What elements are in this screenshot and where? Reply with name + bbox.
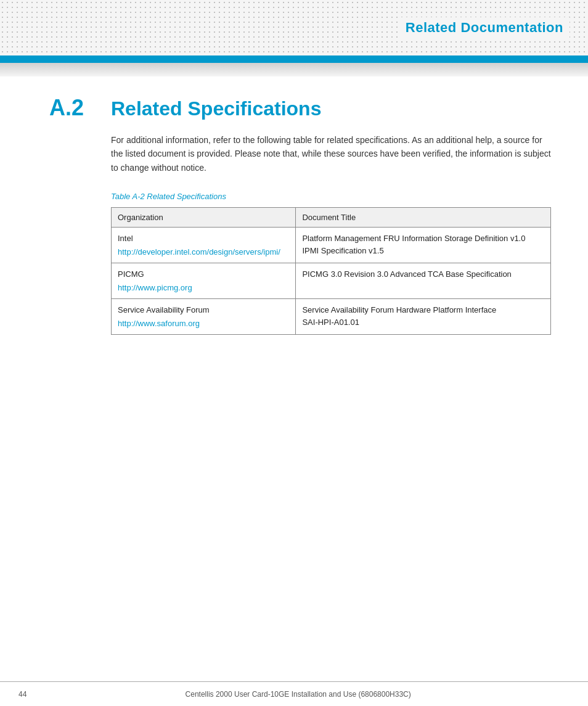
footer-page-number: 44 bbox=[18, 690, 27, 699]
footer: 44 Centellis 2000 User Card-10GE Install… bbox=[0, 681, 588, 706]
section-number: A.2 bbox=[49, 95, 99, 121]
doc-title-picmg-line1: PICMG 3.0 Revision 3.0 Advanced TCA Base… bbox=[302, 269, 511, 279]
header-title-box: Related Documentation bbox=[399, 17, 570, 38]
table-row: Service Availability Forum http://www.sa… bbox=[112, 299, 551, 335]
doc-title-saforum-line2: SAI-HPI-A01.01 bbox=[302, 318, 359, 327]
doc-cell-saforum: Service Availability Forum Hardware Plat… bbox=[296, 299, 551, 335]
header: Related Documentation bbox=[0, 0, 588, 55]
section-title: Related Specifications bbox=[111, 97, 321, 120]
org-cell-saforum: Service Availability Forum http://www.sa… bbox=[112, 299, 296, 335]
doc-title-intel-line1: Platform Management FRU Information Stor… bbox=[302, 234, 525, 243]
table-header-row: Organization Document Title bbox=[112, 208, 551, 228]
col-header-document-title: Document Title bbox=[296, 208, 551, 228]
org-cell-picmg: PICMG http://www.picmg.org bbox=[112, 263, 296, 299]
header-title: Related Documentation bbox=[406, 20, 563, 35]
col-header-organization: Organization bbox=[112, 208, 296, 228]
org-name-intel: Intel bbox=[118, 232, 289, 245]
table-caption: Table A-2 Related Specifications bbox=[111, 192, 551, 201]
footer-center-text: Centellis 2000 User Card-10GE Installati… bbox=[27, 690, 570, 699]
spec-table: Organization Document Title Intel http:/… bbox=[111, 207, 551, 335]
doc-cell-picmg: PICMG 3.0 Revision 3.0 Advanced TCA Base… bbox=[296, 263, 551, 299]
org-cell-intel: Intel http://developer.intel.com/design/… bbox=[112, 228, 296, 263]
gray-gradient-bar bbox=[0, 63, 588, 76]
table-row: PICMG http://www.picmg.org PICMG 3.0 Rev… bbox=[112, 263, 551, 299]
doc-title-saforum-line1: Service Availability Forum Hardware Plat… bbox=[302, 305, 496, 314]
org-link-intel[interactable]: http://developer.intel.com/design/server… bbox=[118, 247, 280, 257]
org-link-picmg[interactable]: http://www.picmg.org bbox=[118, 283, 192, 292]
doc-title-intel-line2: IPMI Specification v1.5 bbox=[302, 246, 383, 255]
org-name-picmg: PICMG bbox=[118, 268, 289, 281]
main-content: A.2 Related Specifications For additiona… bbox=[0, 76, 588, 372]
section-heading: A.2 Related Specifications bbox=[49, 95, 551, 121]
doc-cell-intel: Platform Management FRU Information Stor… bbox=[296, 228, 551, 263]
table-row: Intel http://developer.intel.com/design/… bbox=[112, 228, 551, 263]
blue-divider-bar bbox=[0, 55, 588, 63]
body-text: For additional information, refer to the… bbox=[111, 133, 551, 174]
org-name-saforum: Service Availability Forum bbox=[118, 304, 289, 316]
org-link-saforum[interactable]: http://www.saforum.org bbox=[118, 319, 200, 328]
